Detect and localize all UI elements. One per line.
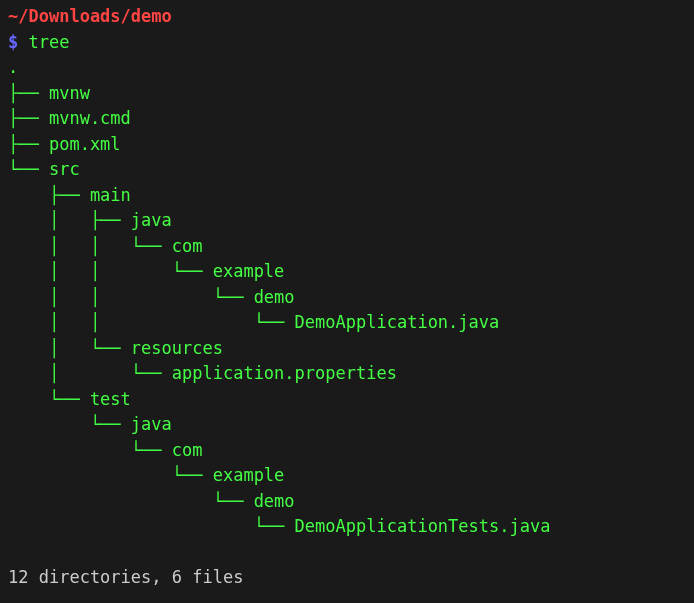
blank-line xyxy=(8,540,686,566)
command-line: $ tree xyxy=(8,30,686,56)
cwd-line: ~/Downloads/demo xyxy=(8,4,686,30)
tree-output: . ├── mvnw ├── mvnw.cmd ├── pom.xml └── … xyxy=(8,55,686,540)
tree-summary: 12 directories, 6 files xyxy=(8,565,686,591)
terminal[interactable]: ~/Downloads/demo $ tree . ├── mvnw ├── m… xyxy=(8,4,686,591)
prompt-symbol: $ xyxy=(8,32,18,52)
command-text: tree xyxy=(29,32,70,52)
current-directory: ~/Downloads/demo xyxy=(8,6,172,26)
